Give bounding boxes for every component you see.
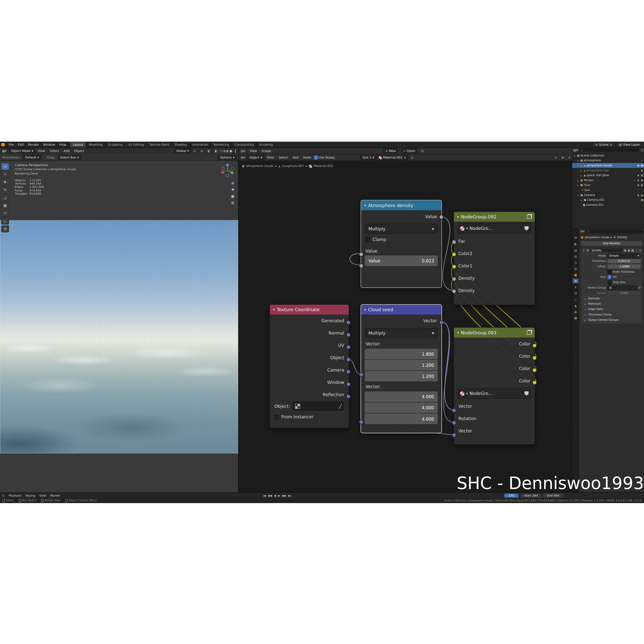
pan-icon[interactable]: ✚ [231,188,234,192]
outliner-item-sun[interactable]: ☀ Sun [572,188,644,193]
close-icon[interactable]: × [610,143,612,146]
eye-icon[interactable]: ◉ [637,184,639,187]
collapse-icon[interactable]: ▾ [364,204,366,207]
tab-sculpting[interactable]: Sculpting [106,142,125,147]
socket-vector-input[interactable] [359,373,364,377]
socket-vector-input[interactable] [452,433,456,437]
shading-solid-icon[interactable]: ◍ [223,149,226,153]
outliner-item-camera-001[interactable]: ▾ ▣ Camera.001 ● [572,197,644,203]
even-thickness-checkbox[interactable] [608,270,612,274]
transform-tool-icon[interactable]: ▦ [1,202,9,209]
operation-dropdown[interactable]: Multiply ▾ [365,328,438,338]
xray-icon[interactable]: ◧ [213,149,220,153]
socket-color2-input[interactable] [452,252,456,257]
from-instancer-checkbox[interactable] [274,415,279,419]
pause-icon[interactable]: ‖ [232,149,238,153]
vector-y-field[interactable]: 4.000 [365,403,438,413]
tab-data-icon[interactable]: ▲ [573,303,579,308]
annotate-tool-icon[interactable]: ✎ [1,210,9,217]
editor-type-icon[interactable]: ◷ [0,494,7,497]
collapse-icon[interactable]: ▾ [457,331,459,335]
socket-color-output[interactable] [532,380,537,385]
vector-z-field[interactable]: 1.200 [365,371,438,381]
render-visibility-icon[interactable]: ▣ [641,193,643,197]
editor-type-icon[interactable]: ▤▾ [239,149,247,153]
socket-generated-output[interactable] [346,320,351,325]
frame-start-field[interactable]: Start264 [521,493,541,497]
breadcrumb-object[interactable]: Icosphere.007 [282,164,304,168]
breadcrumb-modifier[interactable]: Solidify [617,235,627,239]
fake-user-shield-icon[interactable] [525,391,529,396]
zoom-icon[interactable]: ⊕ [231,181,234,185]
menu-file[interactable]: File [7,143,16,146]
socket-color1-input[interactable] [452,264,456,269]
collapse-icon[interactable]: ▾ [273,308,275,311]
expand-icon[interactable]: ▸ [580,174,583,177]
tab-particles-icon[interactable]: ∗ [573,285,579,290]
tab-shading[interactable]: Shading [172,142,190,147]
outliner-item-scene-collection[interactable]: ▾ ▦ Scene Collection [572,153,644,158]
node-header[interactable]: ▾ NodeGroup.092 [454,212,535,222]
select-box-tool-icon[interactable]: ▭ [1,163,9,170]
eye-icon[interactable]: ◉ [637,179,639,182]
view-layer-selector[interactable]: ▤ View Layer [616,142,642,147]
mode-dropdown[interactable]: Simple ▾ [608,253,641,258]
close-icon[interactable]: × [639,249,641,252]
socket-reflection-output[interactable] [346,394,351,399]
node-texture-coordinate[interactable]: ▾ Texture Coordinate Generated Normal UV… [269,304,349,428]
nodegroup-datablock[interactable]: ▾ NodeGro... [458,388,531,399]
new-image-button[interactable]: + New [383,148,398,153]
outliner-item-camera-collection[interactable]: ▾ ▦ Camera ◉ ▣ [572,192,644,197]
viewport-menu-view[interactable]: View [36,149,47,153]
proportional-edit-icon[interactable]: ◎ [198,149,205,153]
outliner-item-terrain[interactable]: ▸ ▦ Terrain ✓ ◉ ▣ [572,178,644,183]
blender-logo-icon[interactable] [1,143,5,146]
tab-output-icon[interactable]: ▤ [573,248,579,253]
tab-view-layer-icon[interactable]: ▥ [573,254,579,259]
tab-modifiers-icon[interactable]: ⚙ [573,278,579,284]
node-menu-node[interactable]: Node [301,156,313,159]
tab-scene-icon[interactable]: ◎ [573,260,579,265]
section-materials[interactable]: ▸ Materials [582,301,641,306]
menu-window[interactable]: Window [41,143,57,146]
rotate-tool-icon[interactable]: ↻ [1,186,9,193]
tab-object-icon[interactable]: ■ [573,272,579,277]
orientation-dropdown[interactable]: Global ▾ [174,148,191,153]
measure-tool-icon[interactable]: ◺ [1,218,9,225]
jump-to-end-button[interactable]: ▶| [288,494,291,497]
vector-z-field[interactable]: 4.000 [365,414,438,424]
editor-type-icon[interactable]: ▦▾ [0,149,9,153]
socket-object-output[interactable] [346,357,351,362]
slot-dropdown[interactable]: Slot 1 ▾ [360,155,376,160]
overlay-toggle-icon[interactable]: ⊞ [559,156,566,159]
checkbox-icon[interactable]: ✓ [634,179,636,182]
shading-preview-icon[interactable]: ◐ [226,149,229,153]
mode-dropdown[interactable]: Object Mode ▾ [9,148,35,153]
properties-search-input[interactable]: ⊙ [585,229,643,233]
socket-color-output[interactable] [532,368,537,373]
use-nodes-checkbox[interactable]: ✓ [314,155,318,160]
expand-icon[interactable]: ▾ [580,198,583,201]
outliner-item-atmosphere[interactable]: ▾ ▦ atmosphere ✓ [572,158,644,163]
expand-icon[interactable]: ▸ [576,179,580,182]
add-cube-tool-icon[interactable]: ⊞ [1,225,9,232]
node-atmosphere-density[interactable]: ▾ Atmosphere density Value Multiply ▾ Cl… [360,200,442,288]
drag-setting-dropdown[interactable]: Select Box ▾ [58,155,81,160]
prev-keyframe-button[interactable]: ◀◀ [268,494,272,497]
open-image-button[interactable]: ▱ Open [401,148,417,153]
expand-icon[interactable]: ▸ [580,164,583,167]
timeline-menu-keying[interactable]: Keying [24,494,37,497]
node-menu-view[interactable]: View [265,156,276,159]
nodegroup-datablock[interactable]: ▾ NodeGro... [458,223,531,233]
expand-icon[interactable]: ▾ [582,249,585,252]
expand-icon[interactable]: ▾ [573,154,576,157]
extras-menu-icon[interactable]: ⋮ [635,249,638,252]
tab-compositing[interactable]: Compositing [232,142,257,147]
collapse-icon[interactable]: ▾ [457,215,459,219]
overlays-icon[interactable]: ◐ [206,149,212,153]
tab-tool-icon[interactable]: ⚒ [573,235,579,240]
current-frame-field[interactable]: 270 [504,493,518,497]
expand-icon[interactable]: ▾ [576,194,580,196]
modifier-panel-header[interactable]: ▾ ⚙ Solidify ▦ ◉ ▣ ⋮ × [581,248,643,253]
tab-modeling[interactable]: Modeling [86,142,106,147]
